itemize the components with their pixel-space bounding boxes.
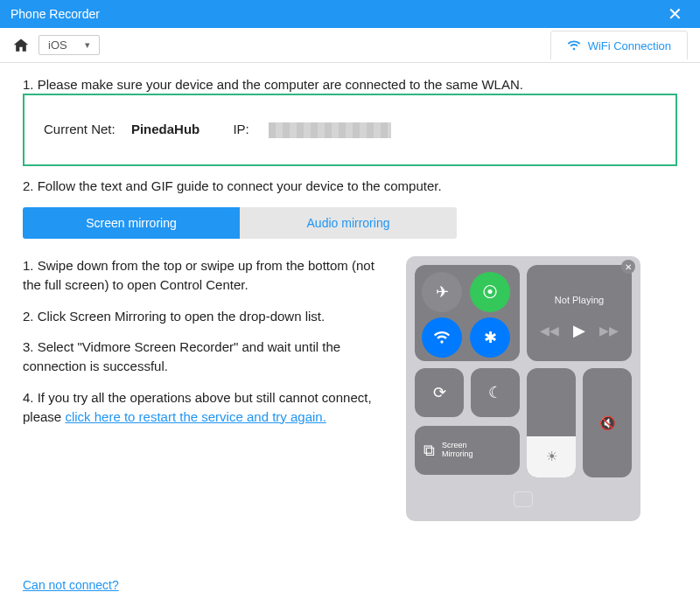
mirroring-tabs: Screen mirroring Audio mirroring	[23, 207, 457, 239]
close-icon[interactable]: ✕	[661, 3, 690, 24]
restart-service-link[interactable]: click here to restart the service and tr…	[65, 409, 326, 424]
instruction-3: 3. Select "Vidmore Screen Recorder" and …	[23, 338, 390, 376]
do-not-disturb-icon: ☾	[471, 368, 520, 417]
volume-slider: 🔇	[583, 368, 632, 477]
cellular-icon: ⦿	[470, 272, 510, 312]
toolbar: iOS ▾ WiFi Connection	[0, 28, 700, 63]
wifi-icon	[567, 38, 581, 52]
orientation-lock-icon: ⟳	[415, 368, 464, 417]
preview-close-icon: ✕	[621, 260, 635, 274]
current-net-name: PinedaHub	[131, 122, 200, 136]
step-1-text: 1. Please make sure your device and the …	[23, 77, 677, 92]
wifi-tab-label: WiFi Connection	[588, 39, 671, 52]
wifi-icon	[422, 317, 462, 358]
instruction-2: 2. Click Screen Mirroring to open the dr…	[23, 307, 390, 326]
app-title: Phone Recorder	[10, 7, 100, 21]
camera-icon	[514, 491, 533, 507]
brightness-icon: ☀	[546, 449, 557, 464]
instruction-4: 4. If you try all the operations above b…	[23, 388, 390, 427]
instructions: 1. Swipe down from the top or swipe up f…	[23, 256, 390, 521]
current-net-label: Current Net:	[44, 122, 116, 136]
ip-value-redacted	[269, 122, 391, 138]
next-track-icon: ▶▶	[599, 324, 619, 338]
os-dropdown[interactable]: iOS ▾	[38, 35, 100, 55]
airplane-icon: ✈	[422, 272, 462, 312]
chevron-down-icon: ▾	[85, 39, 90, 51]
brightness-slider: ☀	[527, 368, 576, 477]
tab-wifi-connection[interactable]: WiFi Connection	[550, 31, 688, 59]
tab-audio-mirroring[interactable]: Audio mirroring	[240, 207, 457, 239]
tab-screen-mirroring[interactable]: Screen mirroring	[23, 207, 240, 239]
network-info-box: Current Net: PinedaHub IP:	[23, 94, 677, 166]
screen-mirroring-icon: ⧉	[424, 442, 435, 460]
volume-mute-icon: 🔇	[599, 415, 616, 431]
instruction-1: 1. Swipe down from the top or swipe up f…	[23, 256, 390, 295]
home-icon[interactable]	[12, 37, 30, 54]
bluetooth-icon: ✱	[470, 317, 510, 358]
prev-track-icon: ◀◀	[540, 324, 559, 338]
main-content: 1. Please make sure your device and the …	[0, 63, 700, 535]
os-selected-label: iOS	[48, 38, 67, 52]
preview-footer	[415, 491, 632, 512]
cannot-connect-link[interactable]: Can not connect?	[23, 578, 119, 592]
play-icon: ▶	[573, 321, 585, 340]
titlebar: Phone Recorder ✕	[0, 0, 700, 28]
control-center-preview: ✕ ✈ ⦿ ✱ Not Playing ◀◀ ▶ ▶▶	[406, 256, 640, 521]
ip-label: IP:	[233, 122, 248, 136]
screen-mirroring-label: Screen Mirroring	[442, 442, 473, 459]
screen-mirroring-tile: ⧉ Screen Mirroring	[415, 426, 520, 475]
not-playing-label: Not Playing	[555, 286, 604, 310]
connectivity-tile: ✈ ⦿ ✱	[415, 265, 520, 361]
media-tile: Not Playing ◀◀ ▶ ▶▶	[527, 265, 632, 361]
step-2-text: 2. Follow the text and GIF guide to conn…	[23, 178, 677, 193]
